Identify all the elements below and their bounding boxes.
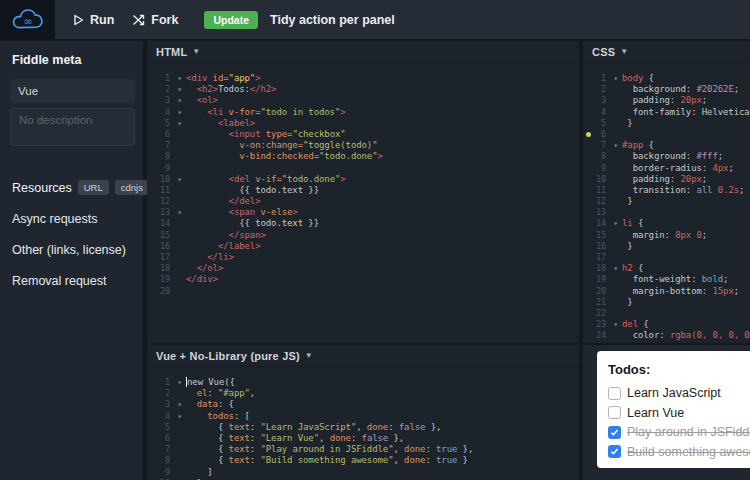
fold-arrow-icon[interactable]: ▾ <box>609 73 622 84</box>
code-line: 9 <box>147 163 579 174</box>
code-line: 19 font-weight: bold; <box>583 274 750 285</box>
fold-arrow-icon[interactable]: ▾ <box>609 263 622 274</box>
code-line: 6 <input type="checkbox" <box>147 129 579 140</box>
code-line: 10 padding: 20px; <box>583 174 750 185</box>
code-line: 5▾ <label> <box>147 118 579 129</box>
tidy-action-label: Tidy action per panel <box>270 13 395 27</box>
code-line: 18▾h2 { <box>583 263 750 274</box>
code-line: 17 <box>583 252 750 263</box>
code-line: 12 } <box>583 196 750 207</box>
todo-item: Build something awesome <box>608 445 750 459</box>
fold-arrow-icon[interactable]: ▾ <box>173 411 186 422</box>
resources-url-badge[interactable]: URL <box>78 180 109 195</box>
todo-list: Learn JavaScriptLearn VuePlay around in … <box>608 386 750 459</box>
code-line: 20 <box>147 286 579 297</box>
code-line: 3▾ <ol> <box>147 95 579 106</box>
fold-arrow-icon[interactable]: ▾ <box>609 140 622 151</box>
todo-label: Learn Vue <box>627 406 684 420</box>
css-panel-title: CSS <box>592 46 615 58</box>
fiddle-meta-heading: Fiddle meta <box>12 53 133 67</box>
code-line: 8 v-bind:checked="todo.done"> <box>147 151 579 162</box>
fold-arrow-icon[interactable]: ▾ <box>173 207 186 218</box>
fold-arrow-icon[interactable]: ▾ <box>173 107 186 118</box>
todo-label: Build something awesome <box>627 445 750 459</box>
js-code-editor[interactable]: 1▾new Vue({2 el: "#app",3▾ data: {4▾ tod… <box>147 367 579 480</box>
code-line: 8 background: #fff; <box>583 151 750 162</box>
code-line: 16 } <box>583 241 750 252</box>
code-line: 3 padding: 20px; <box>583 95 750 106</box>
fold-arrow-icon[interactable]: ▾ <box>173 399 186 410</box>
fold-arrow-icon[interactable]: ▾ <box>173 377 186 388</box>
sidebar-link-other[interactable]: Other (links, license) <box>12 243 133 257</box>
sidebar-link-removal-request[interactable]: Removal request <box>12 274 133 288</box>
code-line: 8 { text: "Build something awesome", don… <box>147 455 579 466</box>
code-line: 4 font-family: Helvetica; <box>583 107 750 118</box>
fold-arrow-icon[interactable]: ▾ <box>609 319 622 330</box>
chevron-down-icon[interactable]: ▼ <box>192 47 200 56</box>
svg-text:∞: ∞ <box>23 15 32 28</box>
todo-checkbox[interactable] <box>608 426 621 439</box>
code-line: 17 </li> <box>147 252 579 263</box>
fold-arrow-icon[interactable]: ▾ <box>173 174 186 185</box>
code-line: 12 </del> <box>147 196 579 207</box>
code-line: 2 background: #20262E; <box>583 84 750 95</box>
code-line: 7 { text: "Play around in JSFiddle", don… <box>147 444 579 455</box>
chevron-down-icon[interactable]: ▼ <box>620 47 628 56</box>
fold-arrow-icon[interactable]: ▾ <box>173 73 186 84</box>
code-line: 1▾<div id="app"> <box>147 73 579 84</box>
fiddle-title-input[interactable] <box>10 79 135 103</box>
fold-arrow-icon[interactable]: ▾ <box>173 118 186 129</box>
run-button[interactable]: Run <box>73 13 114 27</box>
jsfiddle-logo[interactable]: ∞ <box>0 0 55 40</box>
todo-item: Learn Vue <box>608 406 750 420</box>
code-line: 22 <box>583 308 750 319</box>
code-line: 10▾ <del v-if="todo.done"> <box>147 174 579 185</box>
code-line: 2 el: "#app", <box>147 388 579 399</box>
code-line: 6 <box>583 129 750 140</box>
todo-checkbox[interactable] <box>608 445 621 458</box>
code-line: 11 transition: all 0.2s; <box>583 185 750 196</box>
code-line: 16 </label> <box>147 241 579 252</box>
code-line: 2▾ <h2>Todos:</h2> <box>147 84 579 95</box>
html-editor-panel: HTML ▼ 1▾<div id="app">2▾ <h2>Todos:</h2… <box>147 41 579 343</box>
cloud-infinity-icon: ∞ <box>11 8 45 32</box>
result-heading: Todos: <box>608 362 750 377</box>
fold-arrow-icon[interactable]: ▾ <box>173 95 186 106</box>
code-line: 18 </ol> <box>147 263 579 274</box>
code-line: 9 ] <box>147 467 579 478</box>
code-line: 13▾ <span v-else> <box>147 207 579 218</box>
todo-checkbox[interactable] <box>608 406 621 419</box>
result-app-card: Todos: Learn JavaScriptLearn VuePlay aro… <box>597 351 750 468</box>
code-line: 21 } <box>583 297 750 308</box>
code-line: 9 border-radius: 4px; <box>583 163 750 174</box>
code-line: 1▾body { <box>583 73 750 84</box>
css-code-editor[interactable]: 1▾body {2 background: #20262E;3 padding:… <box>583 63 750 342</box>
code-line: 3▾ data: { <box>147 399 579 410</box>
fold-arrow-icon[interactable]: ▾ <box>609 218 622 229</box>
fold-arrow-icon[interactable]: ▾ <box>173 84 186 95</box>
code-line: 1▾new Vue({ <box>147 377 579 388</box>
topbar: ∞ Run Fork Update Tidy action per panel <box>0 0 750 40</box>
chevron-down-icon[interactable]: ▼ <box>305 351 313 360</box>
code-line: 4▾ <li v-for="todo in todos"> <box>147 107 579 118</box>
code-line: 19</div> <box>147 274 579 285</box>
todo-checkbox[interactable] <box>608 387 621 400</box>
todo-item: Play around in JSFiddle <box>608 425 750 439</box>
play-icon <box>73 14 84 26</box>
code-line: 11 {{ todo.text }} <box>147 185 579 196</box>
update-badge[interactable]: Update <box>204 11 258 29</box>
code-line: 4▾ todos: [ <box>147 411 579 422</box>
css-editor-panel: CSS ▼ 1▾body {2 background: #20262E;3 pa… <box>583 41 750 343</box>
html-code-editor[interactable]: 1▾<div id="app">2▾ <h2>Todos:</h2>3▾ <ol… <box>147 63 579 297</box>
run-label: Run <box>90 13 114 27</box>
resources-cdnjs-badge[interactable]: cdnjs <box>115 180 149 195</box>
fork-button[interactable]: Fork <box>132 13 178 27</box>
code-line: 23▾del { <box>583 319 750 330</box>
code-line: 7 v-on:change="toggle(todo)" <box>147 140 579 151</box>
todo-label: Learn JavaScript <box>627 386 721 400</box>
code-line: 14 {{ todo.text }} <box>147 218 579 229</box>
sidebar-link-async-requests[interactable]: Async requests <box>12 212 133 226</box>
code-line: 7▾#app { <box>583 140 750 151</box>
js-panel-title: Vue + No-Library (pure JS) <box>156 350 300 362</box>
fiddle-description-input[interactable] <box>10 108 135 146</box>
